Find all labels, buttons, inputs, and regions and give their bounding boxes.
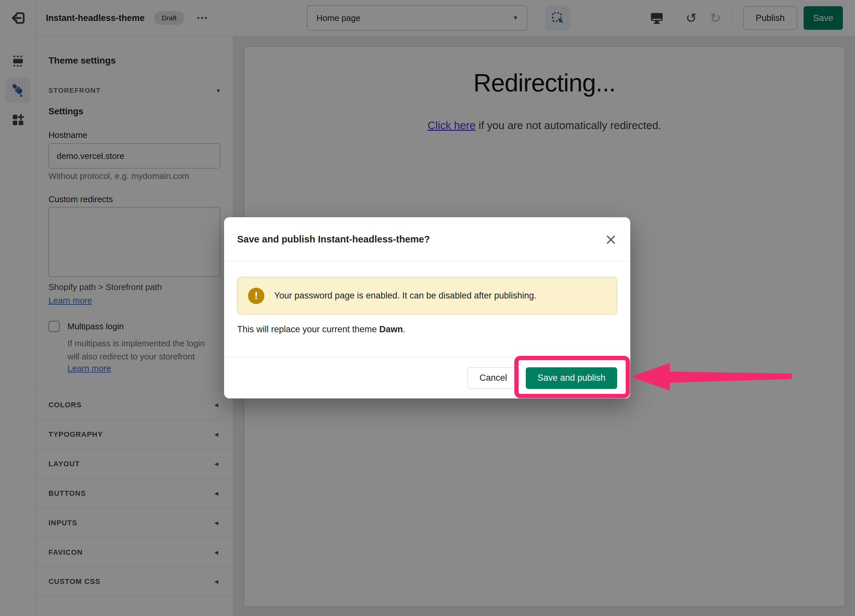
warning-icon: ! — [248, 288, 264, 304]
warning-text: Your password page is enabled. It can be… — [274, 291, 536, 301]
save-and-publish-button[interactable]: Save and publish — [526, 367, 617, 389]
modal-title: Save and publish Instant-headless-theme? — [237, 234, 430, 245]
close-button[interactable]: × — [604, 231, 617, 247]
save-publish-modal: Save and publish Instant-headless-theme?… — [224, 217, 630, 398]
modal-footer: Cancel Save and publish — [224, 357, 630, 398]
modal-message: This will replace your current theme Daw… — [237, 324, 617, 335]
theme-editor: Instant-headless-theme Draft ••• Home pa… — [0, 0, 855, 616]
warning-banner: ! Your password page is enabled. It can … — [237, 277, 617, 314]
cancel-button[interactable]: Cancel — [467, 367, 519, 389]
close-icon: × — [604, 230, 617, 248]
current-theme-name: Dawn — [379, 324, 403, 334]
modal-header: Save and publish Instant-headless-theme?… — [224, 217, 630, 262]
modal-body: ! Your password page is enabled. It can … — [224, 262, 630, 335]
